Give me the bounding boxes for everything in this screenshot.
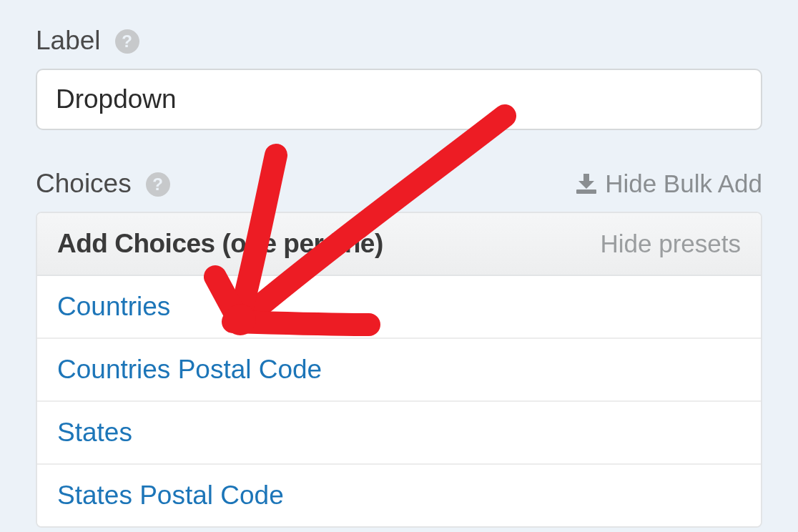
help-icon[interactable]: ? <box>115 29 139 54</box>
preset-item-countries-postal-code[interactable]: Countries Postal Code <box>37 339 761 402</box>
label-row: Label ? <box>36 26 762 56</box>
label-input[interactable] <box>36 69 762 130</box>
help-icon[interactable]: ? <box>146 172 170 197</box>
hide-presets-link[interactable]: Hide presets <box>601 230 741 258</box>
preset-item-countries[interactable]: Countries <box>37 276 761 339</box>
preset-item-states-postal-code[interactable]: States Postal Code <box>37 465 761 526</box>
label-title: Label <box>36 26 101 56</box>
preset-head-title: Add Choices (one per line) <box>57 229 383 259</box>
field-options-panel: Label ? Choices ? Hide Bulk Add Add Choi… <box>0 0 798 528</box>
hide-bulk-add-label: Hide Bulk Add <box>605 169 762 198</box>
choices-header: Choices ? Hide Bulk Add <box>36 169 762 199</box>
choices-title: Choices <box>36 169 132 199</box>
import-icon <box>576 174 596 194</box>
choices-preset-box: Add Choices (one per line) Hide presets … <box>36 212 762 528</box>
preset-item-states[interactable]: States <box>37 402 761 465</box>
preset-head: Add Choices (one per line) Hide presets <box>37 213 761 276</box>
hide-bulk-add-link[interactable]: Hide Bulk Add <box>576 169 762 198</box>
